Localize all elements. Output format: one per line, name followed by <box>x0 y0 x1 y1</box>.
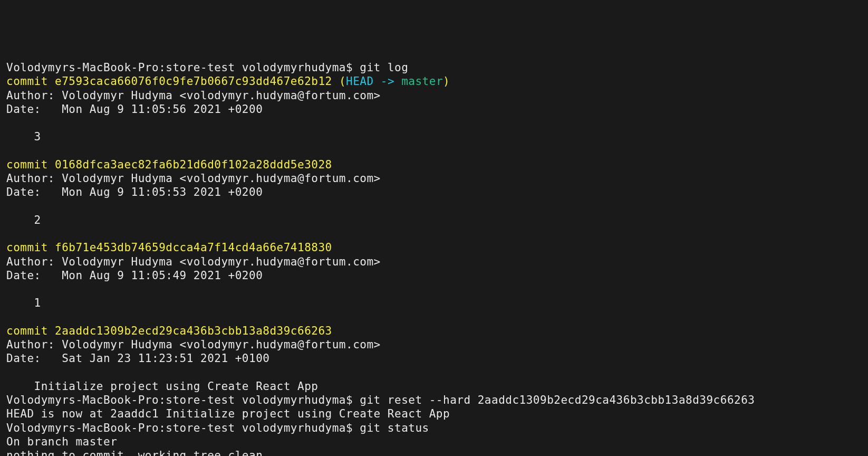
commit-line: commit e7593caca66076f0c9fe7b0667c93dd46… <box>6 74 862 88</box>
blank-line <box>6 310 862 324</box>
commit-message: 2 <box>6 213 862 227</box>
status-clean: nothing to commit, working tree clean <box>6 449 862 456</box>
prompt-line: Volodymyrs-MacBook-Pro:store-test volody… <box>6 421 862 435</box>
ref-branch: master <box>401 75 443 88</box>
commit-message: 3 <box>6 130 862 144</box>
ref-close: ) <box>443 75 450 88</box>
date-line: Date: Mon Aug 9 11:05:53 2021 +0200 <box>6 185 862 199</box>
blank-line <box>6 282 862 296</box>
author-line: Author: Volodymyr Hudyma <volodymyr.hudy… <box>6 338 862 352</box>
prompt-line: Volodymyrs-MacBook-Pro:store-test volody… <box>6 61 862 74</box>
prompt: Volodymyrs-MacBook-Pro:store-test volody… <box>6 394 360 406</box>
commit-line: commit 2aaddc1309b2ecd29ca436b3cbb13a8d3… <box>6 324 862 338</box>
prompt-line: Volodymyrs-MacBook-Pro:store-test volody… <box>6 393 862 407</box>
commit-hash: commit 0168dfca3aec82fa6b21d6d0f102a28dd… <box>6 158 332 171</box>
commit-hash: commit f6b71e453db74659dcca4a7f14cd4a66e… <box>6 241 332 254</box>
reset-output: HEAD is now at 2aaddc1 Initialize projec… <box>6 407 862 421</box>
date-line: Date: Mon Aug 9 11:05:56 2021 +0200 <box>6 102 862 116</box>
ref-head: HEAD -> <box>346 75 401 88</box>
author-line: Author: Volodymyr Hudyma <volodymyr.hudy… <box>6 89 862 102</box>
commit-message: 1 <box>6 296 862 310</box>
date-line: Date: Sat Jan 23 11:23:51 2021 +0100 <box>6 352 862 365</box>
commit-hash: commit e7593caca66076f0c9fe7b0667c93dd46… <box>6 75 332 88</box>
blank-line <box>6 144 862 158</box>
commit-hash: commit 2aaddc1309b2ecd29ca436b3cbb13a8d3… <box>6 325 332 337</box>
prompt: Volodymyrs-MacBook-Pro:store-test volody… <box>6 61 360 74</box>
blank-line <box>6 200 862 213</box>
blank-line <box>6 116 862 130</box>
author-line: Author: Volodymyr Hudyma <volodymyr.hudy… <box>6 255 862 269</box>
author-line: Author: Volodymyr Hudyma <volodymyr.hudy… <box>6 172 862 185</box>
terminal-output[interactable]: Volodymyrs-MacBook-Pro:store-test volody… <box>6 61 862 456</box>
commit-message: Initialize project using Create React Ap… <box>6 379 862 393</box>
date-line: Date: Mon Aug 9 11:05:49 2021 +0200 <box>6 269 862 282</box>
command-gitlog: git log <box>360 61 408 74</box>
command-gitstatus: git status <box>360 422 429 434</box>
status-branch: On branch master <box>6 435 862 449</box>
blank-line <box>6 366 862 379</box>
command-gitreset: git reset --hard 2aaddc1309b2ecd29ca436b… <box>360 394 755 406</box>
blank-line <box>6 227 862 241</box>
prompt: Volodymyrs-MacBook-Pro:store-test volody… <box>6 422 360 434</box>
ref-open: ( <box>332 75 346 88</box>
commit-line: commit f6b71e453db74659dcca4a7f14cd4a66e… <box>6 241 862 254</box>
commit-line: commit 0168dfca3aec82fa6b21d6d0f102a28dd… <box>6 158 862 172</box>
